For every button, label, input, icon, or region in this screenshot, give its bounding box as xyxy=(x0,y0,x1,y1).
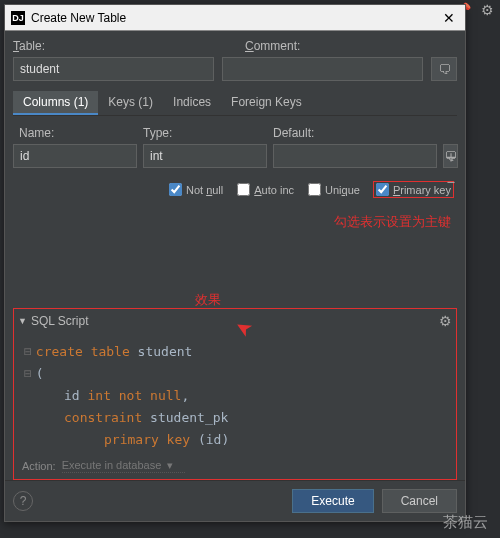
sql-code[interactable]: ⊟create table student ⊟( id int not null… xyxy=(14,333,456,455)
help-icon[interactable]: ? xyxy=(13,491,33,511)
sql-script-label: SQL Script xyxy=(31,314,89,328)
header-name: Name: xyxy=(13,126,143,140)
unique-check[interactable]: Unique xyxy=(308,183,360,196)
tab-columns[interactable]: Columns (1) xyxy=(13,91,98,115)
column-definition-row: 🗨 xyxy=(13,144,457,168)
remove-column-icon[interactable]: － xyxy=(443,172,459,193)
comment-label: Comment: xyxy=(245,39,457,53)
auto-inc-check[interactable]: Auto inc xyxy=(237,183,294,196)
not-null-checkbox[interactable] xyxy=(169,183,182,196)
annotation-effect: 效果 xyxy=(195,291,221,309)
dialog-content: Table: Comment: 🗨 Columns (1) Keys (1) I… xyxy=(5,31,465,480)
table-name-input[interactable] xyxy=(13,57,214,81)
column-type-input[interactable] xyxy=(143,144,267,168)
tab-foreign-keys[interactable]: Foreign Keys xyxy=(221,91,312,115)
dialog-title: Create New Table xyxy=(31,11,439,25)
column-flags: Not null Auto inc Unique Primary key xyxy=(13,182,453,197)
top-label-row: Table: Comment: xyxy=(13,39,457,53)
unique-checkbox[interactable] xyxy=(308,183,321,196)
action-select[interactable]: Execute in database ▾ xyxy=(62,459,186,473)
titlebar: DJ Create New Table ✕ xyxy=(5,5,465,31)
create-table-dialog: DJ Create New Table ✕ Table: Comment: 🗨 … xyxy=(4,4,466,522)
side-operations: ＋ － xyxy=(443,147,459,193)
tab-keys[interactable]: Keys (1) xyxy=(98,91,163,115)
header-default: Default: xyxy=(273,126,457,140)
comment-input[interactable] xyxy=(222,57,423,81)
primary-key-check[interactable]: Primary key xyxy=(374,182,453,197)
column-headers: Name: Type: Default: xyxy=(13,126,457,140)
header-type: Type: xyxy=(143,126,273,140)
action-label: Action: xyxy=(22,460,56,472)
comment-expand-icon[interactable]: 🗨 xyxy=(431,57,457,81)
app-icon: DJ xyxy=(11,11,25,25)
add-column-icon[interactable]: ＋ xyxy=(443,147,459,168)
top-input-row: 🗨 xyxy=(13,57,457,81)
column-name-input[interactable] xyxy=(13,144,137,168)
collapse-icon[interactable]: ▼ xyxy=(18,316,27,326)
execute-button[interactable]: Execute xyxy=(292,489,373,513)
gear-icon[interactable]: ⚙ xyxy=(481,2,494,18)
cancel-button[interactable]: Cancel xyxy=(382,489,457,513)
dialog-footer: ? Execute Cancel xyxy=(5,480,465,521)
auto-inc-checkbox[interactable] xyxy=(237,183,250,196)
not-null-check[interactable]: Not null xyxy=(169,183,223,196)
script-settings-icon[interactable]: ⚙ xyxy=(439,313,452,329)
primary-key-checkbox[interactable] xyxy=(376,183,389,196)
tabs: Columns (1) Keys (1) Indices Foreign Key… xyxy=(13,91,457,116)
column-default-input[interactable] xyxy=(273,144,437,168)
annotation-primary-key: 勾选表示设置为主键 xyxy=(334,213,451,231)
table-label: Table: xyxy=(13,39,225,53)
action-row: Action: Execute in database ▾ xyxy=(14,455,456,479)
close-icon[interactable]: ✕ xyxy=(439,10,459,26)
tab-indices[interactable]: Indices xyxy=(163,91,221,115)
